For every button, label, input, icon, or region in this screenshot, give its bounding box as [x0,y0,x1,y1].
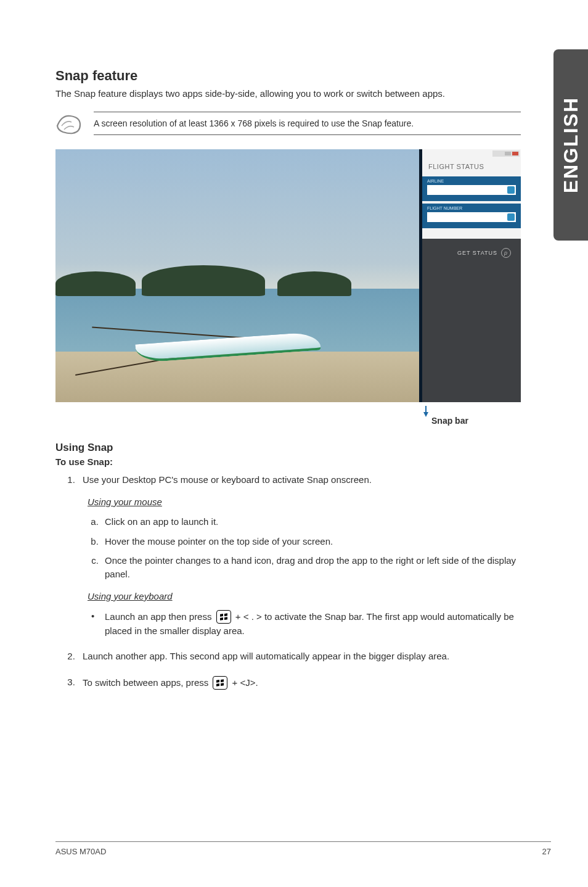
hand-note-icon [55,111,83,136]
step-3: To switch between apps, press + <J>. [78,675,521,690]
step-1: Use your Desktop PC's mouse or keyboard … [78,473,521,637]
airline-label: AIRLINE [427,179,516,183]
footer-model: ASUS M70AD [55,847,106,856]
steps-list: Use your Desktop PC's mouse or keyboard … [55,473,521,690]
note-text: A screen resolution of at least 1366 x 7… [94,112,521,135]
flight-number-label: FLIGHT NUMBER [427,206,516,210]
footer-page-number: 27 [542,847,551,856]
page-content: Snap feature The Snap feature displays t… [55,68,521,702]
keyboard-step: Launch an app then press + < . > to acti… [101,609,521,638]
windows-key-icon [213,676,227,690]
flight-number-input[interactable] [427,212,516,222]
language-tab: ENGLISH [553,49,588,241]
windows-key-icon [216,610,231,624]
keyboard-steps: Launch an app then press + < . > to acti… [83,609,521,638]
language-tab-text: ENGLISH [560,97,582,193]
using-mouse-header: Using your mouse [88,495,521,509]
snap-bar-callout: Snap bar [55,406,521,427]
mouse-step-c: Once the pointer changes to a hand icon,… [101,554,521,581]
snap-bar-label: Snap bar [431,416,468,426]
snap-lead: The Snap feature displays two apps side-… [55,88,521,100]
get-status-button[interactable]: GET STATUS p [457,248,511,258]
snap-screenshot: FLIGHT STATUS AIRLINE FLIGHT NUMBER GET … [55,149,521,402]
using-keyboard-header: Using your keyboard [88,590,521,603]
airline-input[interactable] [427,185,516,195]
mouse-steps: Click on an app to launch it. Hover the … [83,515,521,581]
heading-snap-feature: Snap feature [55,68,521,84]
flight-status-title: FLIGHT STATUS [428,163,484,170]
step-2: Launch another app. This second app will… [78,650,521,663]
get-status-arrow-icon: p [501,248,511,258]
window-controls-icon[interactable] [492,151,520,157]
svg-marker-1 [423,412,428,417]
page-footer: ASUS M70AD 27 [55,841,551,856]
note-row: A screen resolution of at least 1366 x 7… [55,111,521,136]
flight-number-clear-icon[interactable] [507,213,515,221]
airline-dropdown-icon[interactable] [507,186,515,194]
snap-photo-pane [55,149,419,402]
mouse-step-b: Hover the mouse pointer on the top side … [101,535,521,548]
heading-using-snap: Using Snap [55,442,521,454]
to-use-snap: To use Snap: [55,456,521,467]
mouse-step-a: Click on an app to launch it. [101,515,521,529]
flight-status-app: FLIGHT STATUS AIRLINE FLIGHT NUMBER GET … [422,149,521,402]
